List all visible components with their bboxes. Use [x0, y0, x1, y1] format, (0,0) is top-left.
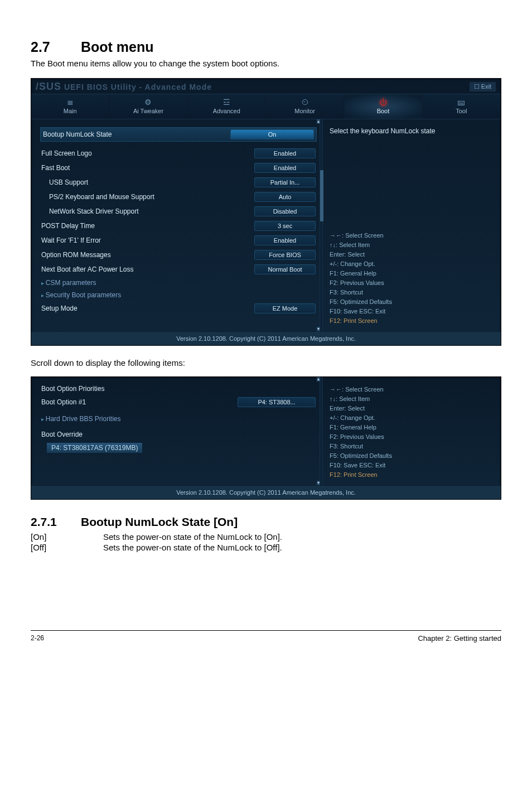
row-hard-drive-priorities[interactable]: Hard Drive BBS Priorities: [40, 413, 317, 425]
section-heading: 2.7Boot menu: [31, 39, 501, 55]
row-boot-override: Boot Override: [40, 428, 317, 441]
scroll-up-icon[interactable]: ▴: [317, 119, 320, 124]
row-next-boot[interactable]: Next Boot after AC Power Loss Normal Boo…: [40, 262, 317, 277]
row-bootup-numlock[interactable]: Bootup NumLock State On: [40, 127, 317, 142]
row-network-stack[interactable]: NetWork Stack Driver Support Disabled: [40, 204, 317, 219]
row-csm-parameters[interactable]: CSM parameters: [40, 277, 317, 289]
option-on: [On] Sets the power-on state of the NumL…: [31, 532, 501, 542]
value-waitf1[interactable]: Enabled: [254, 235, 316, 245]
scroll-down-note: Scroll down to display the following ite…: [31, 358, 501, 368]
tab-main[interactable]: ≣Main: [31, 94, 109, 119]
bios-screenshot-boot: /SUS UEFI BIOS Utility - Advanced Mode ☐…: [31, 78, 501, 346]
tab-ai-tweaker[interactable]: ⚙Ai Tweaker: [109, 94, 187, 119]
toolbox-icon: 🖴: [423, 98, 500, 107]
scroll-up-icon[interactable]: ▴: [317, 377, 320, 381]
value-nextboot[interactable]: Normal Boot: [254, 264, 316, 274]
page-number: 2-26: [31, 634, 44, 642]
row-full-screen-logo[interactable]: Full Screen Logo Enabled: [40, 146, 317, 161]
value-numlock[interactable]: On: [230, 129, 314, 139]
section-title-text: Boot menu: [81, 39, 154, 55]
function-key-legend: →←: Select Screen ↑↓: Select Item Enter:…: [330, 231, 495, 326]
value-boot-option-1[interactable]: P4: ST3808...: [238, 397, 316, 407]
scrollbar-track-2: ▴ ▾: [320, 377, 323, 485]
bios-right-panel-2: ▴ ▾ →←: Select Screen ↑↓: Select Item En…: [322, 377, 501, 485]
gauge-icon: ⏲: [266, 98, 344, 107]
section-number: 2.7: [31, 39, 81, 55]
function-key-legend-2: →←: Select Screen ↑↓: Select Item Enter:…: [330, 385, 495, 480]
value-fastboot[interactable]: Enabled: [254, 163, 316, 173]
row-usb-support[interactable]: USB Support Partial In...: [40, 175, 317, 190]
bios-left-panel: Bootup NumLock State On Full Screen Logo…: [31, 119, 322, 331]
list-icon: ≣: [31, 98, 109, 107]
row-setup-mode[interactable]: Setup Mode EZ Mode: [40, 301, 317, 316]
bios-version-footer: Version 2.10.1208. Copyright (C) 2011 Am…: [31, 331, 501, 345]
chapter-label: Chapter 2: Getting started: [418, 634, 501, 642]
bios-tabs: ≣Main ⚙Ai Tweaker ☲Advanced ⏲Monitor ⏻Bo…: [31, 94, 501, 119]
row-fast-boot[interactable]: Fast Boot Enabled: [40, 161, 317, 175]
value-fullscreen[interactable]: Enabled: [254, 148, 316, 158]
scroll-down-icon[interactable]: ▾: [317, 327, 320, 331]
bios-titlebar: /SUS UEFI BIOS Utility - Advanced Mode ☐…: [31, 79, 501, 94]
bios-version-footer-2: Version 2.10.1208. Copyright (C) 2011 Am…: [31, 485, 501, 499]
row-boot-option-1[interactable]: Boot Option #1 P4: ST3808...: [40, 395, 317, 409]
value-usb[interactable]: Partial In...: [254, 177, 316, 187]
value-ps2[interactable]: Auto: [254, 192, 316, 202]
chip-icon: ☲: [188, 98, 265, 107]
scroll-down-icon[interactable]: ▾: [317, 481, 320, 485]
subsection-number: 2.7.1: [31, 515, 81, 529]
subsection-heading: 2.7.1Bootup NumLock State [On]: [31, 515, 501, 529]
option-description: Select the keyboard NumLock state: [330, 127, 495, 211]
tab-boot[interactable]: ⏻Boot: [344, 94, 422, 119]
page-footer: 2-26 Chapter 2: Getting started: [31, 630, 501, 642]
value-postdelay[interactable]: 3 sec: [254, 221, 316, 231]
scrollbar-thumb[interactable]: [320, 170, 323, 221]
row-ps2-support[interactable]: PS/2 Keyboard and Mouse Support Auto: [40, 190, 317, 204]
section-intro: The Boot menu items allow you to change …: [31, 59, 501, 68]
row-boot-option-priorities: Boot Option Priorities: [40, 383, 317, 395]
value-setupmode[interactable]: EZ Mode: [254, 303, 316, 313]
row-security-boot[interactable]: Security Boot parameters: [40, 289, 317, 301]
exit-button[interactable]: ☐ Exit: [469, 81, 496, 92]
value-optrom[interactable]: Force BIOS: [254, 250, 316, 260]
bios-right-panel: ▴ ▾ Select the keyboard NumLock state →←…: [322, 119, 501, 331]
row-wait-f1[interactable]: Wait For 'F1' If Error Enabled: [40, 233, 317, 248]
bios-brand: /SUS: [36, 81, 61, 92]
option-off: [Off] Sets the power-on state of the Num…: [31, 543, 501, 552]
scrollbar-track: ▴ ▾: [320, 119, 323, 331]
row-p4-drive[interactable]: P4: ST380817AS (76319MB): [40, 441, 317, 455]
gear-icon: ⚙: [109, 98, 187, 107]
row-post-delay[interactable]: POST Delay Time 3 sec: [40, 219, 317, 233]
bios-left-panel-2: Boot Option Priorities Boot Option #1 P4…: [31, 377, 322, 485]
subsection-title-text: Bootup NumLock State [On]: [81, 515, 238, 528]
tab-tool[interactable]: 🖴Tool: [423, 94, 501, 119]
value-netstack[interactable]: Disabled: [254, 206, 316, 216]
bios-utility-title: UEFI BIOS Utility - Advanced Mode: [61, 83, 212, 91]
tab-monitor[interactable]: ⏲Monitor: [266, 94, 344, 119]
power-icon: ⏻: [344, 98, 422, 107]
bios-screenshot-boot-continued: Boot Option Priorities Boot Option #1 P4…: [31, 376, 501, 500]
tab-advanced[interactable]: ☲Advanced: [188, 94, 266, 119]
row-option-rom[interactable]: Option ROM Messages Force BIOS: [40, 248, 317, 262]
